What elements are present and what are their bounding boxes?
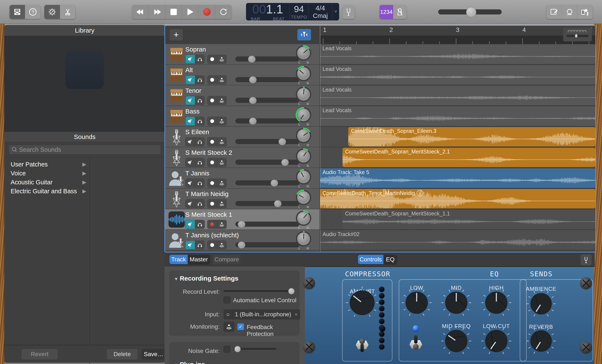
mute-button[interactable] [185, 96, 195, 105]
track-volume-thumb[interactable] [248, 56, 256, 63]
track-volume-slider[interactable] [235, 56, 299, 62]
track-volume-thumb[interactable] [274, 200, 282, 207]
recording-settings-title[interactable]: ▼ Recording Settings [174, 275, 238, 282]
timeline-lane[interactable]: ComeSweetDeath_Tenor_MartinNeidig1 [320, 189, 595, 209]
track-header-8[interactable]: T Martin Neidig L R [165, 189, 320, 209]
smart-tuner-button[interactable] [580, 254, 592, 266]
solo-button[interactable] [195, 96, 204, 105]
track-volume-slider[interactable] [235, 118, 299, 124]
track-volume-slider[interactable] [235, 77, 299, 82]
stop-button[interactable] [165, 5, 182, 19]
solo-button[interactable] [195, 220, 204, 229]
record-enable-button[interactable] [207, 199, 217, 208]
track-header-10[interactable]: T Jannis (schlecht) L R [165, 230, 320, 250]
mute-button[interactable] [185, 220, 195, 229]
library-item-voice[interactable]: Voice▶ [11, 169, 86, 178]
track-volume-thumb[interactable] [270, 179, 278, 187]
audio-region[interactable]: Lead Vocals [320, 44, 595, 64]
metronome-button[interactable] [393, 5, 407, 19]
mute-button[interactable] [185, 76, 195, 84]
record-button[interactable] [198, 5, 215, 19]
zoom-slider[interactable] [563, 27, 592, 42]
solo-button[interactable] [195, 241, 204, 249]
input-monitor-button[interactable] [217, 158, 226, 167]
pan-knob[interactable]: L R [295, 231, 312, 250]
input-monitor-button[interactable] [217, 220, 226, 229]
editors-button[interactable] [60, 5, 75, 19]
track-volume-thumb[interactable] [281, 159, 289, 166]
track-volume-thumb[interactable] [238, 221, 245, 228]
timeline-lane[interactable]: Audio Track: Take 5 [320, 168, 595, 189]
play-button[interactable] [182, 5, 198, 19]
timeline-lane[interactable]: Lead Vocals [320, 85, 595, 106]
track-volume-thumb[interactable] [279, 138, 286, 146]
time-signature[interactable]: 4/4 [315, 4, 325, 12]
mute-button[interactable] [185, 199, 195, 208]
alc-checkbox[interactable] [224, 297, 230, 303]
save-button[interactable]: Save… [142, 349, 165, 360]
input-monitor-button[interactable] [217, 55, 226, 63]
audio-region[interactable]: Lead Vocals [320, 106, 595, 126]
solo-button[interactable] [195, 55, 204, 63]
noise-gate-thumb[interactable] [234, 346, 241, 352]
track-header-4[interactable]: Bass L R [165, 106, 320, 127]
track-catch-button[interactable] [297, 29, 311, 41]
compressor-toggle[interactable] [354, 335, 370, 353]
track-volume-slider[interactable] [235, 180, 299, 185]
timeline-lane[interactable]: Lead Vocals [320, 44, 595, 65]
mute-button[interactable] [185, 158, 195, 167]
track-volume-slider[interactable] [235, 139, 299, 144]
record-enable-button[interactable] [207, 76, 217, 84]
record-enable-button[interactable] [207, 117, 217, 125]
forward-button[interactable] [149, 5, 165, 19]
mute-button[interactable] [185, 117, 195, 125]
pan-knob[interactable]: L R [295, 148, 312, 168]
tab-track[interactable]: Track [169, 255, 188, 264]
lcd-display[interactable]: 001.1 BARBEAT 94 TEMPO 4/4 Cmaj ˅ [246, 3, 339, 21]
library-item-user-patches[interactable]: User Patches▶ [11, 160, 86, 169]
compare-button[interactable]: Compare [213, 255, 240, 264]
input-select[interactable]: ○ 1 (Built-in...icrophone) ˅ [224, 309, 300, 320]
delete-button[interactable]: Delete [107, 349, 138, 360]
solo-button[interactable] [195, 158, 204, 167]
mute-button[interactable] [185, 241, 195, 249]
track-volume-thumb[interactable] [249, 97, 257, 104]
feedback-checkbox[interactable]: ✓ [237, 323, 244, 330]
track-volume-slider[interactable] [235, 201, 299, 206]
input-monitor-button[interactable] [217, 96, 226, 105]
audio-region[interactable]: Audio Track#02 [320, 230, 595, 250]
library-toggle-button[interactable] [10, 5, 25, 19]
pan-knob[interactable]: L R [295, 107, 312, 126]
solo-button[interactable] [195, 179, 204, 187]
pan-knob[interactable]: L R [295, 210, 312, 230]
noise-gate-checkbox[interactable] [224, 346, 230, 353]
timeline-lane[interactable]: ComeSweetDeath_Sopran_MeritStoeck_2.1 [320, 147, 595, 168]
plugins-title[interactable]: ▼ Plug-ins [174, 361, 205, 364]
knob-reverb[interactable] [305, 267, 594, 364]
media-browser-button[interactable] [577, 5, 593, 19]
pan-knob[interactable]: L R [295, 189, 312, 209]
record-level-slider[interactable] [224, 290, 294, 292]
master-volume-thumb[interactable] [466, 7, 476, 17]
record-enable-button[interactable] [207, 55, 217, 63]
timeline-lane[interactable]: ComeSweetDeath_Sopran_MeritStoeck_1.1 [320, 209, 595, 230]
track-volume-thumb[interactable] [238, 241, 245, 249]
tab-controls[interactable]: Controls [358, 255, 383, 264]
record-level-thumb[interactable] [288, 288, 295, 294]
track-header-6[interactable]: S Merit Stoeck 2 L R [165, 147, 320, 168]
pan-knob[interactable]: L R [295, 66, 312, 85]
mute-button[interactable] [185, 179, 195, 187]
record-enable-button[interactable] [207, 96, 217, 105]
input-monitor-button[interactable] [217, 117, 226, 125]
loop-browser-button[interactable] [562, 5, 577, 19]
input-monitor-button[interactable] [217, 199, 226, 208]
timeline-ruler[interactable]: 12345 [320, 26, 595, 36]
pan-knob[interactable]: L R [295, 127, 312, 147]
revert-button[interactable]: Revert [21, 349, 58, 360]
track-volume-thumb[interactable] [249, 117, 257, 125]
mute-button[interactable] [185, 137, 195, 146]
count-in-button[interactable]: 1234 [380, 5, 393, 19]
audio-region[interactable]: ComeSweetDeath_Tenor_MartinNeidig1 [320, 189, 595, 208]
key-signature[interactable]: Cmaj [313, 12, 328, 19]
search-sounds-input[interactable]: Search Sounds [9, 145, 161, 155]
